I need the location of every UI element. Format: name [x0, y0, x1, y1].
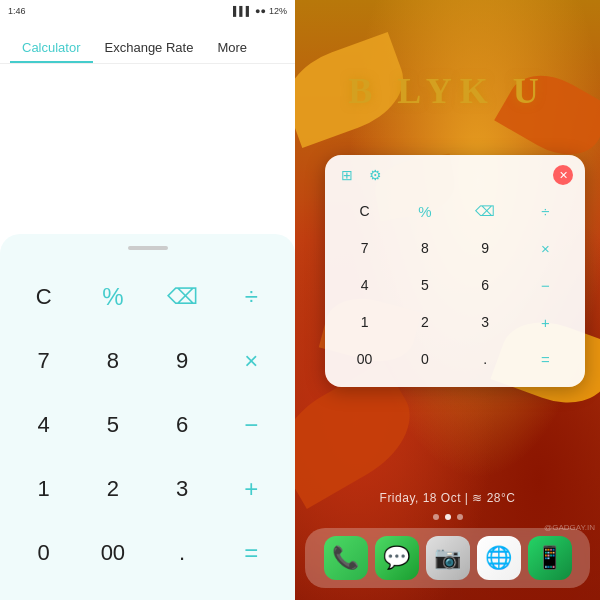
mini-btn-_[interactable]: .	[456, 341, 515, 377]
calc-btn-6[interactable]: 6	[149, 394, 216, 456]
calc-btn-_[interactable]: ÷	[218, 266, 285, 328]
calculator-widget: ⊞ ⚙ ✕ C%⌫÷789×456−123+000.=	[325, 155, 585, 387]
mini-btn-1[interactable]: 1	[335, 304, 394, 340]
time: 1:46	[8, 6, 26, 16]
mini-btn-c[interactable]: C	[335, 193, 394, 229]
calc-grid: C%⌫÷789×456−123+000.=	[10, 266, 285, 584]
mini-btn-_[interactable]: ×	[516, 230, 575, 266]
calc-btn-1[interactable]: 1	[10, 458, 77, 520]
status-bar: 1:46 ▌▌▌ ●● 12%	[0, 0, 295, 22]
mini-calc-grid: C%⌫÷789×456−123+000.=	[335, 193, 575, 377]
close-icon[interactable]: ✕	[553, 165, 573, 185]
tab-more[interactable]: More	[205, 32, 259, 63]
date-bar: Friday, 18 Oct | ≋ 28°C	[295, 491, 600, 505]
calc-btn-8[interactable]: 8	[79, 330, 146, 392]
calc-btn-_[interactable]: ×	[218, 330, 285, 392]
mini-btn-6[interactable]: 6	[456, 267, 515, 303]
calculator-app: 1:46 ▌▌▌ ●● 12% Calculator Exchange Rate…	[0, 0, 295, 600]
mini-btn-00[interactable]: 00	[335, 341, 394, 377]
mini-btn-_[interactable]: =	[516, 341, 575, 377]
calc-btn-_[interactable]: =	[218, 522, 285, 584]
widget-icons: ⊞ ⚙	[337, 165, 385, 185]
calc-btn-_[interactable]: +	[218, 458, 285, 520]
status-left: 1:46	[8, 6, 26, 16]
widget-header: ⊞ ⚙ ✕	[335, 165, 575, 185]
dot-1	[433, 514, 439, 520]
mini-btn-9[interactable]: 9	[456, 230, 515, 266]
chrome-app-icon[interactable]: 🌐	[477, 536, 521, 580]
calc-btn-c[interactable]: C	[10, 266, 77, 328]
mini-btn-8[interactable]: 8	[395, 230, 454, 266]
calculator-body: C%⌫÷789×456−123+000.=	[0, 234, 295, 600]
mini-btn-7[interactable]: 7	[335, 230, 394, 266]
mini-btn-_[interactable]: +	[516, 304, 575, 340]
messages-app-icon[interactable]: 💬	[375, 536, 419, 580]
calc-btn-_[interactable]: %	[79, 266, 146, 328]
signal-icon: ▌▌▌	[233, 6, 252, 16]
drag-handle[interactable]	[128, 246, 168, 250]
calc-btn-_[interactable]: −	[218, 394, 285, 456]
mini-btn-4[interactable]: 4	[335, 267, 394, 303]
mini-btn-5[interactable]: 5	[395, 267, 454, 303]
calc-btn-9[interactable]: 9	[149, 330, 216, 392]
dot-3	[457, 514, 463, 520]
tab-exchange-rate[interactable]: Exchange Rate	[93, 32, 206, 63]
status-right: ▌▌▌ ●● 12%	[233, 6, 287, 16]
camera-app-icon[interactable]: 📷	[426, 536, 470, 580]
calc-btn-2[interactable]: 2	[79, 458, 146, 520]
calc-btn-0[interactable]: 0	[10, 522, 77, 584]
grid-icon[interactable]: ⊞	[337, 165, 357, 185]
settings-icon[interactable]: ⚙	[365, 165, 385, 185]
mini-btn-_[interactable]: ⌫	[456, 193, 515, 229]
battery-text: 12%	[269, 6, 287, 16]
mini-btn-2[interactable]: 2	[395, 304, 454, 340]
home-screen: B LYK U ⊞ ⚙ ✕ C%⌫÷789×456−123+000.= Frid…	[295, 0, 600, 600]
mini-btn-3[interactable]: 3	[456, 304, 515, 340]
whatsapp-app-icon[interactable]: 📱	[528, 536, 572, 580]
calc-btn-7[interactable]: 7	[10, 330, 77, 392]
tab-calculator[interactable]: Calculator	[10, 32, 93, 63]
mini-btn-_[interactable]: −	[516, 267, 575, 303]
app-title: B LYK U	[295, 70, 600, 112]
wifi-icon: ●●	[255, 6, 266, 16]
calc-btn-4[interactable]: 4	[10, 394, 77, 456]
calc-btn-_[interactable]: .	[149, 522, 216, 584]
dots-indicator	[295, 514, 600, 520]
calc-btn-5[interactable]: 5	[79, 394, 146, 456]
calc-btn-_[interactable]: ⌫	[149, 266, 216, 328]
calc-btn-3[interactable]: 3	[149, 458, 216, 520]
watermark: @GADGAY.IN	[544, 523, 595, 532]
dock: 📞 💬 📷 🌐 📱	[305, 528, 590, 588]
display-area	[0, 64, 295, 234]
calc-btn-00[interactable]: 00	[79, 522, 146, 584]
mini-btn-0[interactable]: 0	[395, 341, 454, 377]
mini-btn-_[interactable]: ÷	[516, 193, 575, 229]
dot-2	[445, 514, 451, 520]
mini-btn-_[interactable]: %	[395, 193, 454, 229]
phone-app-icon[interactable]: 📞	[324, 536, 368, 580]
nav-tabs: Calculator Exchange Rate More	[0, 22, 295, 64]
